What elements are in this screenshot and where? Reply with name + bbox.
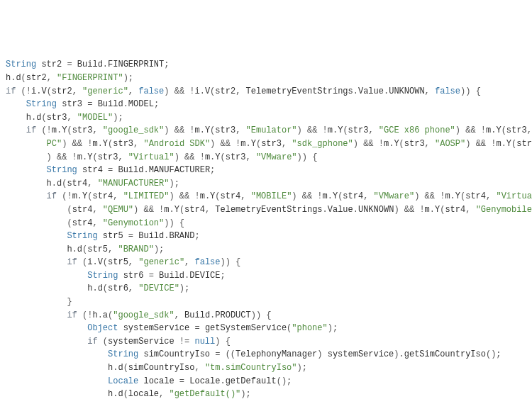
code-token: Build [118, 165, 143, 175]
code-token: str4 [343, 191, 363, 201]
code-line: ) && !m.Y(str3, "Virtual") && !m.Y(str3,… [6, 151, 526, 164]
code-token: Y [394, 139, 399, 149]
code-token: . [353, 86, 358, 96]
code-token: . [220, 376, 225, 386]
code-line: if (!h.a("google_sdk", Build.PRODUCT)) { [6, 309, 526, 322]
code-token: V [98, 257, 103, 267]
code-line: String str2 = Build.FINGERPRINT; [6, 58, 526, 72]
code-token: , [118, 152, 128, 162]
code-token: , [240, 191, 250, 201]
code-token: if [6, 310, 82, 320]
code-token: (); [277, 376, 292, 386]
code-token: Value [328, 205, 353, 215]
code-token: "phone" [292, 323, 327, 333]
code-token: != [179, 337, 195, 347]
code-token: . [353, 205, 358, 215]
code-token: V [41, 86, 46, 96]
code-token: "Virtual" [128, 152, 174, 162]
code-token: Y [174, 205, 179, 215]
code-token: str2 [215, 86, 235, 96]
code-token: Y [506, 139, 511, 149]
code-token: m [77, 152, 82, 162]
code-token: , [72, 86, 82, 96]
code-token: str4 [92, 191, 113, 201]
code-token: "BRAND" [118, 245, 153, 254]
code-token: getSystemService [205, 323, 287, 333]
code-token: str3 [404, 139, 425, 149]
code-token: ) && ! [164, 86, 194, 96]
code-token: . [328, 191, 333, 201]
code-token: ) && ! [210, 139, 240, 149]
code-token: ( [103, 257, 108, 267]
code-token: . [430, 205, 435, 215]
code-token: d [118, 389, 123, 399]
code-token: if [6, 125, 41, 135]
code-token: null [194, 337, 215, 347]
code-token: } [6, 297, 72, 307]
code-token: "MANUFACTURER" [98, 179, 170, 189]
code-token: m [200, 191, 205, 201]
code-token: , [174, 310, 184, 320]
code-token: ( [6, 218, 72, 228]
code-token: , [159, 389, 169, 399]
code-token: "generic" [138, 257, 184, 267]
code-token: str2 [36, 60, 67, 69]
code-token: str4 [184, 205, 205, 215]
code-token: if [6, 86, 21, 96]
code-token: String [6, 60, 36, 69]
code-token: . [200, 125, 205, 135]
code-token: , [133, 139, 143, 149]
code-token: , [92, 125, 102, 135]
code-token: "Virtual" [496, 191, 532, 201]
code-token: String [6, 349, 138, 359]
code-token: ( [103, 283, 108, 293]
code-token: h [6, 389, 113, 399]
code-token: )) { [164, 218, 184, 228]
code-token: ; [154, 99, 159, 109]
code-token: , [465, 205, 475, 215]
code-token: "Emulator" [246, 125, 297, 135]
code-token: )) { [460, 86, 481, 96]
code-token: str4 [72, 218, 93, 228]
code-token: str4 [445, 205, 465, 215]
code-token: "Genymotion" [103, 218, 164, 228]
code-token: , [108, 245, 118, 254]
code-token: str5 [87, 245, 108, 254]
code-token: MODEL [128, 99, 154, 109]
code-token: str4 [465, 191, 486, 201]
code-token: Build [77, 60, 103, 69]
code-token: str3 [226, 152, 246, 162]
code-token: ). [394, 349, 404, 359]
code-token: str3 [113, 139, 133, 149]
code-token: , [128, 283, 138, 293]
code-token: , [184, 257, 194, 267]
code-line: h.d(str6, "DEVICE"); [6, 282, 526, 296]
code-token: FINGERPRINT [108, 60, 164, 69]
code-token: , [527, 125, 532, 135]
code-line: } [6, 296, 526, 309]
code-token: m [445, 191, 450, 201]
code-token: , [425, 139, 435, 149]
code-token: "google_sdk" [113, 310, 174, 320]
code-token: = [179, 376, 189, 386]
code-token: ; [210, 165, 215, 175]
code-token: Y [103, 139, 108, 149]
code-token: PRODUCT [215, 310, 250, 320]
code-token: ) && ! [455, 125, 486, 135]
code-token: PC" [6, 139, 62, 149]
code-token: "generic" [82, 86, 128, 96]
code-token: ( [399, 139, 404, 149]
code-line: String simCountryIso = ((TelephonyManage… [6, 348, 526, 361]
code-token: , [486, 191, 496, 201]
code-token: "VMware" [256, 152, 297, 162]
code-token: . [98, 139, 103, 149]
code-token: false [194, 257, 220, 267]
code-line: h.d(str4, "MANUFACTURER"); [6, 177, 526, 191]
code-token: ) && ! [394, 205, 424, 215]
code-token: str4 [77, 165, 108, 175]
code-token: Object [6, 323, 118, 333]
code-token: ) && ! [169, 191, 199, 201]
code-token: str3 [47, 113, 67, 123]
code-token: str6 [108, 283, 128, 293]
code-token: TelemetryEventStrings [215, 205, 322, 215]
